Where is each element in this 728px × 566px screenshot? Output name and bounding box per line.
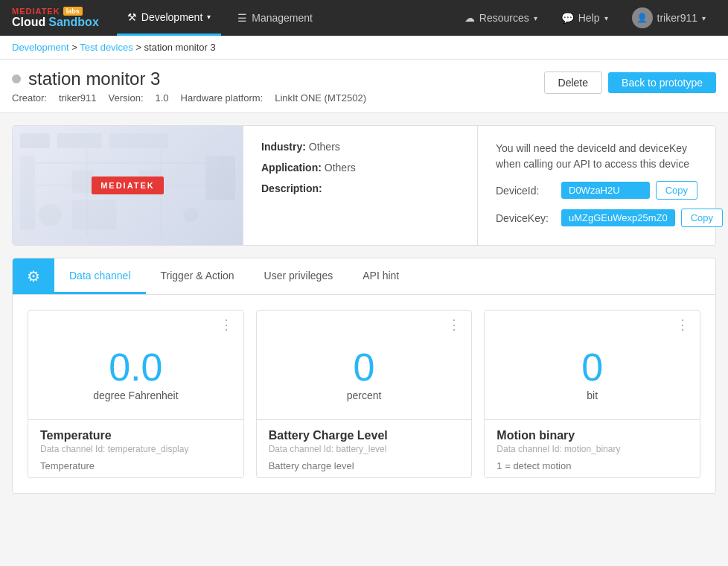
delete-button[interactable]: Delete <box>544 71 602 94</box>
svg-rect-0 <box>20 133 50 148</box>
temperature-unit: degree Fahrenheit <box>93 389 178 401</box>
creator-value: triker911 <box>59 92 97 104</box>
more-options-icon-motion[interactable]: ⋮ <box>676 317 691 333</box>
brand-cloud: Cloud <box>12 16 45 28</box>
page-actions: Delete Back to prototype <box>544 71 716 94</box>
page-title: station monitor 3 <box>12 69 366 89</box>
temperature-value: 0.0 <box>109 348 162 387</box>
nav-user[interactable]: 👤 triker911 ▾ <box>622 0 716 36</box>
back-to-prototype-button[interactable]: Back to prototype <box>608 72 716 93</box>
card-footer-temperature: Temperature Data channel Id: temperature… <box>28 420 243 477</box>
motion-channel-id: Data channel Id: motion_binary <box>496 444 688 454</box>
card-temperature: ⋮ 0.0 degree Fahrenheit Temperature Data… <box>28 310 244 478</box>
device-id-row: DeviceId: D0WzaH2U Copy <box>496 181 697 200</box>
tabs-header: ⚙ Data channel Trigger & Action User pri… <box>13 258 715 295</box>
tab-api-hint[interactable]: API hint <box>348 259 414 294</box>
breadcrumb-development[interactable]: Development <box>12 42 69 53</box>
card-menu-motion: ⋮ <box>485 311 700 333</box>
nav-resources-label: Resources <box>479 12 529 24</box>
page-header: station monitor 3 Creator: triker911 Ver… <box>0 60 728 113</box>
motion-value: 0 <box>581 348 603 387</box>
management-icon: ☰ <box>237 12 247 24</box>
tab-trigger-action[interactable]: Trigger & Action <box>146 259 249 294</box>
brand-sandbox: Sandbox <box>48 16 99 28</box>
copy-device-id-button[interactable]: Copy <box>656 181 697 200</box>
nav-development-label: Development <box>141 11 203 23</box>
card-value-battery: 0 percent <box>257 333 472 419</box>
card-menu-temperature: ⋮ <box>28 311 243 333</box>
card-motion: ⋮ 0 bit Motion binary Data channel Id: m… <box>484 310 700 478</box>
nav-resources[interactable]: ☁ Resources ▾ <box>454 0 548 36</box>
temperature-description: Temperature <box>40 460 232 471</box>
copy-device-key-button[interactable]: Copy <box>681 209 723 227</box>
device-key-label: DeviceKey: <box>496 212 555 224</box>
nav-management[interactable]: ☰ Management <box>227 0 323 36</box>
motion-description: 1 = detect motion <box>496 460 688 471</box>
creator-label: Creator: <box>12 92 47 104</box>
version-label: Version: <box>109 92 144 104</box>
keys-intro-text: You will need the deviceId and deviceKey… <box>496 141 697 172</box>
version-value: 1.0 <box>156 92 169 104</box>
card-footer-battery: Battery Charge Level Data channel Id: ba… <box>257 420 472 477</box>
navbar: MEDIATEK labs Cloud Sandbox ⚒ Developmen… <box>0 0 728 36</box>
industry-label: Industry: <box>261 141 306 153</box>
nav-right: ☁ Resources ▾ 💬 Help ▾ 👤 triker911 ▾ <box>454 0 716 36</box>
nav-management-label: Management <box>252 12 313 24</box>
tab-data-channel[interactable]: Data channel <box>54 259 146 294</box>
wrench-icon: ⚒ <box>127 11 137 23</box>
breadcrumb-test-devices[interactable]: Test devices <box>80 42 133 53</box>
battery-channel-id: Data channel Id: battery_level <box>269 444 460 454</box>
battery-unit: percent <box>347 389 382 401</box>
battery-description: Battery charge level <box>269 460 460 471</box>
svg-rect-4 <box>205 156 235 200</box>
more-options-icon[interactable]: ⋮ <box>220 317 234 333</box>
tab-user-privileges[interactable]: User privileges <box>249 259 348 294</box>
svg-rect-1 <box>57 133 102 148</box>
device-id-value: D0WzaH2U <box>561 182 650 199</box>
card-menu-battery: ⋮ <box>257 311 472 333</box>
chevron-down-icon-user: ▾ <box>702 14 706 22</box>
description-row: Description: <box>261 182 459 194</box>
device-info-panel: MEDIATEK Industry: Others Application: O… <box>12 125 716 246</box>
nav-help-label: Help <box>578 12 600 24</box>
help-icon: 💬 <box>561 12 574 24</box>
svg-rect-9 <box>72 171 95 193</box>
device-details: Industry: Others Application: Others Des… <box>243 126 477 245</box>
username-label: triker911 <box>657 12 697 24</box>
svg-rect-11 <box>72 200 117 230</box>
device-id-label: DeviceId: <box>496 185 555 197</box>
chevron-down-icon-resources: ▾ <box>534 14 537 22</box>
application-row: Application: Others <box>261 162 459 174</box>
nav-help[interactable]: 💬 Help ▾ <box>551 0 619 36</box>
card-battery: ⋮ 0 percent Battery Charge Level Data ch… <box>256 310 473 478</box>
device-key-row: DeviceKey: uMZgGEuWexp25mZ0 Copy <box>496 209 697 227</box>
battery-title: Battery Charge Level <box>269 429 460 442</box>
mediatek-chip-logo: MEDIATEK <box>92 177 164 194</box>
industry-value: Others <box>309 141 340 153</box>
resources-icon: ☁ <box>464 12 475 24</box>
device-key-value: uMZgGEuWexp25mZ0 <box>561 209 675 226</box>
avatar: 👤 <box>632 7 653 28</box>
gear-icon: ⚙ <box>13 258 54 294</box>
brand-labs: labs <box>63 7 83 16</box>
brand-logo: MEDIATEK labs Cloud Sandbox <box>12 7 99 29</box>
battery-value: 0 <box>354 348 375 387</box>
more-options-icon-battery[interactable]: ⋮ <box>447 317 462 333</box>
card-value-temperature: 0.0 degree Fahrenheit <box>28 333 243 419</box>
temperature-channel-id: Data channel Id: temperature_display <box>40 444 232 454</box>
chevron-down-icon: ▾ <box>207 13 211 21</box>
application-label: Application: <box>261 162 322 174</box>
device-keys: You will need the deviceId and deviceKey… <box>477 126 715 245</box>
industry-row: Industry: Others <box>261 141 459 153</box>
breadcrumb: Development > Test devices > station mon… <box>0 36 728 60</box>
title-section: station monitor 3 Creator: triker911 Ver… <box>12 69 366 104</box>
svg-point-12 <box>39 204 61 226</box>
hardware-label: Hardware platform: <box>181 92 264 104</box>
hardware-value: LinkIt ONE (MT2502) <box>275 92 366 104</box>
nav-development[interactable]: ⚒ Development ▾ <box>117 0 222 36</box>
card-value-motion: 0 bit <box>485 333 700 419</box>
motion-unit: bit <box>587 389 598 401</box>
application-value: Others <box>325 162 356 174</box>
tabs-section: ⚙ Data channel Trigger & Action User pri… <box>12 258 716 494</box>
device-image: MEDIATEK <box>13 126 243 245</box>
